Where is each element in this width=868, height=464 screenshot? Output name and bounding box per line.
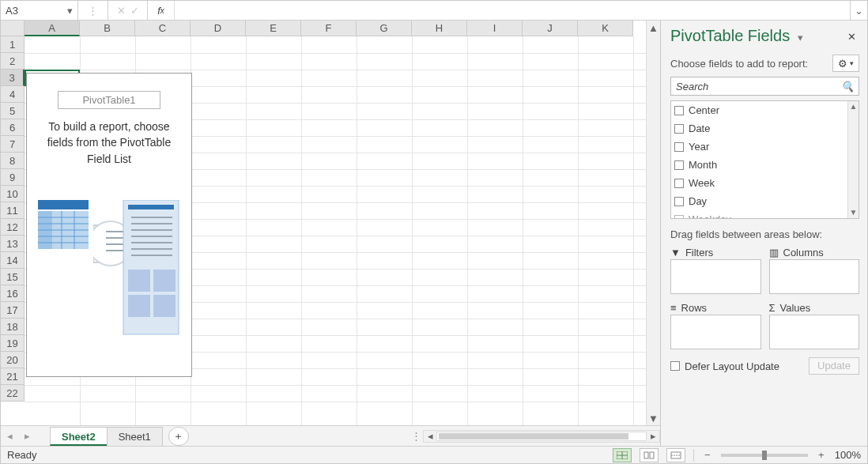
col-header[interactable]: B [80,21,135,36]
scroll-track[interactable] [436,432,647,441]
scroll-up-icon[interactable]: ▲ [848,101,859,112]
scroll-up-icon[interactable]: ▲ [647,21,660,35]
cells[interactable]: PivotTable1 To build a report, choose fi… [25,36,646,425]
close-pane-button[interactable]: ✕ [844,28,859,45]
zoom-level[interactable]: 100% [835,449,861,461]
col-header[interactable]: E [246,21,301,36]
checkbox-icon[interactable] [674,197,684,206]
row-header[interactable]: 6 [1,119,25,136]
namebox-handle[interactable]: ⋮ [78,1,108,20]
checkbox-icon[interactable] [674,124,684,134]
row-header[interactable]: 20 [1,352,25,368]
col-header[interactable]: F [301,21,357,36]
scroll-right-icon[interactable]: ▸ [647,430,659,442]
sheet-tab[interactable]: Sheet2 [50,427,108,446]
zoom-out-button[interactable]: − [702,449,713,461]
checkbox-icon[interactable] [674,215,684,219]
rows-dropzone[interactable] [670,315,761,349]
grid-vertical-scrollbar[interactable]: ▲ ▼ [646,21,660,425]
checkbox-icon[interactable] [674,179,684,188]
scroll-down-icon[interactable]: ▼ [848,207,859,218]
field-item[interactable]: Week [671,174,847,192]
zoom-knob[interactable] [762,451,767,460]
columns-dropzone[interactable] [769,259,860,294]
row-header[interactable]: 8 [1,153,25,169]
row-header[interactable]: 14 [1,252,25,269]
area-label: Rows [681,302,708,314]
formula-input[interactable] [175,1,850,20]
row-header[interactable]: 5 [1,103,25,119]
row-header[interactable]: 22 [1,385,25,402]
columns-area[interactable]: ▥Columns [769,245,860,294]
col-header[interactable]: G [357,21,412,36]
zoom-in-button[interactable]: + [816,449,827,461]
row-header[interactable]: 18 [1,319,25,335]
row-header[interactable]: 16 [1,285,25,302]
update-button[interactable]: Update [809,357,859,375]
row-header[interactable]: 19 [1,335,25,352]
chevron-down-icon[interactable]: ▾ [67,5,73,17]
field-item[interactable]: Date [671,119,847,138]
formula-expand-icon[interactable]: ⌄ [850,1,867,20]
checkbox-icon[interactable] [674,106,684,115]
field-item[interactable]: Weekday [671,210,847,218]
values-area[interactable]: ΣValues [769,300,860,349]
field-item[interactable]: Day [671,192,847,210]
tab-nav-next-icon[interactable]: ▸ [18,427,36,446]
col-header[interactable]: C [135,21,191,36]
accept-icon[interactable]: ✓ [130,5,139,17]
rows-area[interactable]: ≡Rows [670,300,761,349]
scroll-thumb[interactable] [648,35,659,58]
new-sheet-button[interactable]: ＋ [168,427,189,446]
scroll-thumb[interactable] [439,433,628,439]
checkbox-icon[interactable] [670,361,680,371]
row-header[interactable]: 17 [1,302,25,319]
row-header[interactable]: 12 [1,219,25,236]
grid-horizontal-scrollbar[interactable]: ◂ ▸ [423,430,660,443]
field-search-input[interactable]: Search 🔍 [670,77,859,96]
col-header[interactable]: D [191,21,246,36]
row-header[interactable]: 21 [1,368,25,385]
pane-menu-chevron-icon[interactable]: ▾ [798,32,803,43]
row-header[interactable]: 11 [1,202,25,219]
col-header[interactable]: I [467,21,523,36]
row-header[interactable]: 2 [1,53,25,70]
field-item[interactable]: Month [671,156,847,174]
row-header[interactable]: 10 [1,186,25,202]
row-header[interactable]: 1 [1,36,25,53]
pivottable-placeholder[interactable]: PivotTable1 To build a report, choose fi… [26,73,192,377]
filters-dropzone[interactable] [670,259,761,294]
name-box[interactable]: A3 ▾ [1,1,78,20]
row-header[interactable]: 13 [1,236,25,252]
filters-area[interactable]: ▼Filters [670,245,761,294]
select-all-corner[interactable] [1,21,25,36]
view-page-layout-button[interactable] [640,448,659,462]
tab-nav-prev-icon[interactable]: ◂ [1,427,18,446]
scroll-down-icon[interactable]: ▼ [647,411,660,425]
cancel-icon[interactable]: ✕ [117,5,126,17]
fx-icon[interactable]: fx [148,1,175,20]
tab-split-grip-icon[interactable]: ⋮ [412,430,420,443]
field-list-scrollbar[interactable]: ▲ ▼ [847,101,859,218]
values-dropzone[interactable] [769,315,860,349]
view-normal-button[interactable] [613,448,632,462]
sheet-tab[interactable]: Sheet1 [107,427,163,446]
field-item[interactable]: Year [671,138,847,156]
checkbox-icon[interactable] [674,160,684,170]
checkbox-icon[interactable] [674,142,684,152]
row-header[interactable]: 9 [1,169,25,186]
col-header[interactable]: K [578,21,633,36]
pane-tools-button[interactable]: ⚙ ▾ [832,55,859,72]
row-header[interactable]: 15 [1,269,25,285]
field-item[interactable]: Center [671,101,847,119]
defer-layout-checkbox[interactable]: Defer Layout Update [670,360,779,372]
view-page-break-button[interactable] [666,448,685,462]
row-header[interactable]: 4 [1,86,25,103]
col-header[interactable]: H [412,21,467,36]
col-header[interactable]: A [25,21,80,36]
scroll-left-icon[interactable]: ◂ [424,430,436,442]
row-header[interactable]: 3 [1,70,25,86]
col-header[interactable]: J [523,21,578,36]
zoom-slider[interactable] [721,454,808,457]
row-header[interactable]: 7 [1,136,25,153]
